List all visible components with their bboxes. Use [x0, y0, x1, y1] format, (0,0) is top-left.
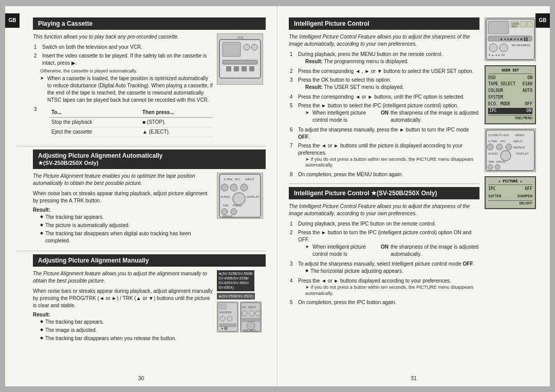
screen-footer-1: END/MENU [488, 115, 532, 121]
picture-screen-header: ★ PICTURE ★ [488, 179, 532, 185]
svg-point-3 [251, 44, 257, 50]
align-auto-device-image: A.TRK IPC INPUT AUDIO DISPLAY TRK PROG [217, 173, 266, 246]
svg-text:SET: SET [512, 25, 517, 28]
svg-text:DISPLAY: DISPLAY [247, 195, 260, 198]
svg-point-15 [230, 184, 237, 191]
svg-text:INPUT: INPUT [513, 140, 523, 143]
right-page: GB Intelligent Picture Control The Intel… [278, 6, 550, 386]
ipc-star-step-3: 3 To adjust the sharpness manually, sele… [290, 260, 479, 276]
svg-point-29 [220, 316, 225, 321]
picture-screen-display: ★ PICTURE ★ IPCOFF SOFTEN SHARPEN ON/OFF [485, 176, 536, 209]
picture-footer: ON/OFF [488, 200, 532, 207]
document-spread: GB Playing a Cassette This function allo… [5, 6, 550, 386]
ipc-section: Intelligent Picture Control The Intellig… [289, 17, 479, 178]
svg-text:REPEAT: REPEAT [513, 146, 526, 149]
svg-rect-39 [242, 319, 260, 322]
svg-point-2 [244, 44, 250, 50]
vcr-device-left: PROG TRK ▶▐▐ [217, 302, 238, 332]
svg-text:TRK: TRK [223, 204, 229, 207]
ipc-star-steps: 1 During playback, press the IPC button … [289, 220, 479, 306]
svg-text:A.TRK: A.TRK [224, 178, 233, 181]
ipc-star-intro: The Intelligent Picture Control Feature … [289, 203, 479, 217]
svg-point-52 [489, 44, 497, 52]
vcr-device-sketch: VCR [217, 33, 263, 85]
ipc-star-vcr-device: CLNSET F.ADV INDEX A.TRK IPC INPUT REPEA… [485, 128, 536, 172]
manual-device-pair: PROG TRK ▶▐▐ [217, 302, 266, 332]
svg-text:IPC: IPC [501, 140, 506, 143]
ipc-star-step-5: 5 On completion, press the IPC button ag… [290, 299, 479, 306]
svg-point-72 [495, 164, 500, 170]
ipc-star-step-4: 4 Press the ◄ or ► buttons displayed acc… [290, 277, 479, 297]
press-table: To... Then press... Stop the playback ■ … [49, 108, 213, 137]
svg-rect-4 [223, 60, 257, 64]
svg-text:PROG: PROG [496, 160, 506, 163]
playing-cassette-title: Playing a Cassette [33, 17, 266, 30]
svg-point-38 [255, 311, 261, 316]
ipc-step-8: 8 On completion, press the MENU button a… [290, 171, 479, 178]
svg-rect-7 [242, 66, 247, 71]
align-manual-body: When noise bars or streaks appear during… [33, 288, 213, 309]
right-page-content: Intelligent Picture Control The Intellig… [289, 17, 539, 312]
svg-text:MG    END/MENU: MG END/MENU [512, 44, 531, 47]
step2-arrow: When a cassette is loaded, the tape posi… [40, 75, 213, 104]
ipc-title: Intelligent Picture Control [289, 17, 479, 30]
ipc-steps: 1 During playback, press the MENU button… [289, 51, 479, 178]
ipc-step-6: 6 To adjust the sharpness manually, pres… [290, 126, 479, 141]
table-row: Stop the playback ■ (STOP). [49, 118, 213, 127]
align-manual-result-label: Result: [33, 311, 213, 319]
playing-cassette-intro: This function allows you to play back an… [33, 33, 213, 41]
svg-text:■ ◄◄ ▶ ►► ▶▐▐: ■ ◄◄ ▶ ►► ▶▐▐ [501, 37, 528, 41]
svg-text:PROG: PROG [219, 311, 227, 314]
right-text-column: Intelligent Picture Control The Intellig… [289, 17, 479, 312]
manual-result-bullet-1: The tracking bar appears. [40, 319, 213, 326]
align-manual-device-images: ★(SV-525B/SV-550B/SV-400B/SV-253B/SV-625… [217, 270, 266, 343]
ipc-intro: The Intelligent Picture Control Feature … [289, 33, 479, 48]
ipc-step-7: 7 Press the ◄ or ► buttons until the pic… [290, 142, 479, 170]
step-2: 2 Insert the video cassette to be played… [34, 52, 213, 67]
ipc-star-title: Intelligent Picture Control ★(SV-250B/25… [289, 187, 479, 199]
svg-rect-43 [488, 21, 509, 34]
svg-point-22 [221, 209, 228, 215]
right-images-column: USER SET ■ ◄◄ ▶ ►► ▶▐▐ MG END/MENU ▼ ▲ ◄… [485, 17, 539, 312]
model-label-2: ★(SV-250B/SV-250X) [217, 293, 255, 300]
vcr-controls-sketch: A.TRK IPC INPUT AUDIO DISPLAY TRK PROG [217, 173, 263, 219]
svg-rect-6 [234, 66, 239, 71]
svg-text:CLNSET: CLNSET [488, 134, 501, 137]
cassette-device-image: VCR [217, 33, 266, 141]
svg-text:▼ ▲ ◄ ► OK: ▼ ▲ ◄ ► OK [488, 53, 505, 57]
svg-rect-45 [520, 21, 526, 27]
ipc-star-step-1: 1 During playback, press the IPC button … [290, 220, 479, 228]
result-bullet-3: The tracking bar disappears when digital… [40, 230, 213, 245]
svg-rect-5 [226, 66, 231, 71]
svg-point-53 [499, 44, 508, 52]
align-auto-section: Adjusting Picture Alignment Automaticall… [33, 150, 266, 246]
svg-point-14 [221, 184, 228, 191]
svg-text:VCR: VCR [236, 36, 243, 39]
align-manual-text: The Picture Alignment feature allows you… [33, 270, 213, 343]
svg-point-16 [240, 184, 248, 191]
svg-point-71 [488, 164, 493, 170]
left-page: GB Playing a Cassette This function allo… [5, 6, 278, 386]
step-3: 3 To... Then press... Stop the playback … [34, 106, 213, 139]
svg-text:AUDIO: AUDIO [220, 195, 230, 198]
playing-cassette-list: 1 Switch on both the television and your… [33, 44, 213, 67]
ipc-screen-display: USER SET OSDON TAPE SELECTE180 COLOUR SY… [485, 65, 536, 124]
ipc-star-section: Intelligent Picture Control ★(SV-250B/25… [289, 187, 479, 306]
ipc-step-1: 1 During playback, press the MENU button… [290, 51, 479, 66]
svg-point-62 [487, 144, 493, 150]
ipc-vcr-device: USER SET ■ ◄◄ ▶ ►► ▶▐▐ MG END/MENU ▼ ▲ ◄… [485, 17, 536, 61]
ipc-arrow-5: When intelligent picture control mode is… [305, 109, 479, 124]
ipc-star-note-4: ➤ If you do not press a button within te… [305, 285, 479, 296]
ipc-screen-mock: USER SET OSDON TAPE SELECTE180 COLOUR SY… [485, 65, 536, 124]
svg-point-18 [233, 193, 245, 205]
page-number-left: 30 [138, 375, 144, 381]
gb-badge-left: GB [5, 13, 20, 28]
step-1: 1 Switch on both the television and your… [34, 44, 213, 51]
playing-cassette-section: Playing a Cassette This function allows … [33, 17, 266, 141]
align-auto-title: Adjusting Picture Alignment Automaticall… [33, 150, 266, 169]
ipc-step-2: 2 Press the corresponding ◄ , ► or ▼ but… [290, 68, 479, 75]
model-label-1: ★(SV-525B/SV-550B/SV-400B/SV-253B/SV-625… [217, 270, 254, 291]
result-bullet-1: The tracking bar appears. [40, 214, 213, 221]
align-auto-result-label: Result: [33, 207, 213, 214]
svg-rect-46 [527, 21, 532, 27]
